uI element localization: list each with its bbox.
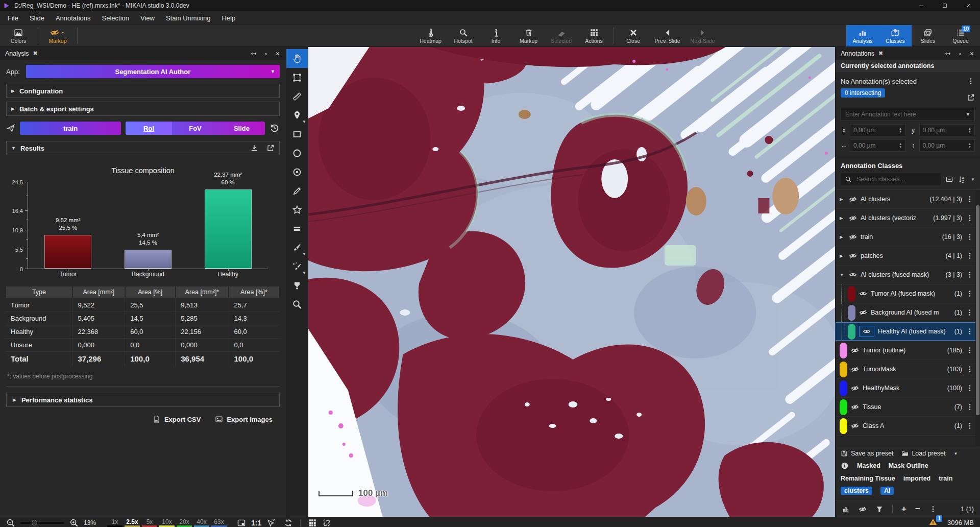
magnification-5x[interactable]: 5x (142, 519, 157, 527)
kebab-icon[interactable] (966, 346, 974, 354)
class-color-chip[interactable] (840, 380, 847, 396)
close-panel-icon[interactable] (969, 51, 975, 57)
eye-off-icon[interactable] (849, 214, 857, 222)
collapse-panel-icon[interactable] (263, 51, 268, 56)
scrollbar-thumb[interactable] (976, 205, 979, 415)
tool-rectangle[interactable] (286, 125, 308, 143)
chevron-right-icon[interactable]: ▶ (840, 197, 845, 202)
class-row-tumor-ai-fused-mask[interactable]: Tumor AI (fused mask) (1) (836, 284, 980, 303)
train-button[interactable]: train (20, 122, 121, 135)
class-row-class-a[interactable]: Class A (1) (836, 417, 980, 436)
tool-concentric-circle[interactable] (286, 162, 308, 181)
toggle-visibility-icon[interactable] (859, 505, 867, 513)
chevron-down-icon[interactable]: ▼ (840, 272, 845, 277)
eye-off-icon[interactable] (849, 233, 857, 241)
spinner-arrows[interactable]: ▲▼ (899, 142, 902, 149)
load-preset-button[interactable]: Load preset (912, 450, 945, 457)
export-csv-button[interactable]: CSV Export CSV (153, 415, 201, 423)
toolbar-prev-slide-button[interactable]: Prev. Slide (650, 25, 685, 46)
export-images-button[interactable]: Export Images (215, 415, 273, 423)
performance-statistics-section[interactable]: ▶ Performance statistics (6, 393, 280, 407)
tool-star[interactable] (286, 200, 308, 219)
kebab-icon[interactable] (966, 195, 974, 203)
grid-view-icon[interactable] (308, 518, 317, 527)
eye-off-icon[interactable] (849, 252, 857, 260)
eye-toggle-selected[interactable] (859, 326, 874, 337)
annotations-panel-tab[interactable]: Annotations ✖ (836, 47, 980, 60)
column-header[interactable]: Area [mm²] (72, 286, 125, 298)
magnification-63x[interactable]: 63x (211, 519, 227, 527)
toolbar-analysis-button[interactable]: Analysis (846, 25, 879, 46)
zoom-slider-handle[interactable] (32, 520, 37, 525)
chart-bar-healthy[interactable] (205, 189, 252, 269)
classes-scrollbar[interactable] (975, 190, 980, 446)
tool-equal-lines[interactable] (286, 219, 308, 238)
batch-export-section[interactable]: ▶ Batch & export settings (6, 102, 280, 116)
menu-help[interactable]: Help (216, 12, 241, 24)
toolbar-close-button[interactable]: Close (617, 25, 650, 46)
slide-viewer[interactable]: 100 µm (308, 47, 835, 517)
tool-pencil[interactable] (286, 181, 308, 200)
class-row-tumor-outline[interactable]: Tumor (outline) (185) (836, 341, 980, 360)
tag-remaining-tissue[interactable]: Remaining Tissue (841, 475, 895, 482)
tool-pan-hand[interactable] (286, 49, 308, 68)
class-row-healthy-ai-fused-mask[interactable]: Healthy AI (fused mask) (1) (836, 322, 980, 341)
annotation-text-input[interactable]: Enter Annotation text here ▼ (841, 108, 975, 121)
chevron-down-icon[interactable]: ▼ (966, 112, 970, 117)
eye-off-icon[interactable] (849, 195, 857, 203)
open-results-external-icon[interactable] (266, 144, 275, 152)
scope-slide-button[interactable]: Slide (218, 122, 265, 135)
intersecting-badge[interactable]: 0 intersecting (841, 88, 885, 98)
menu-annotations[interactable]: Annotations (50, 12, 96, 24)
download-results-icon[interactable] (250, 144, 258, 152)
magnification-10x[interactable]: 10x (159, 519, 175, 527)
zoom-slider[interactable] (20, 522, 64, 524)
save-preset-button[interactable]: Save as preset (851, 450, 893, 457)
chart-bar-tumor[interactable] (44, 235, 91, 269)
class-row-patches[interactable]: ▶ patches (4 | 1) (836, 247, 980, 266)
eye-icon[interactable] (863, 327, 871, 336)
kebab-icon[interactable] (966, 290, 974, 298)
mask-outline-toggle[interactable]: Mask Outline (889, 462, 928, 469)
eye-off-icon[interactable] (851, 422, 859, 430)
menu-view[interactable]: View (135, 12, 160, 24)
tool-magic-brush[interactable]: ▼ (286, 257, 308, 276)
class-color-chip[interactable] (840, 399, 847, 415)
tool-transform-select[interactable] (286, 68, 308, 87)
eye-icon[interactable] (849, 271, 857, 279)
remove-class-button[interactable]: − (915, 506, 920, 513)
annotation-menu-icon[interactable] (967, 77, 975, 85)
class-row-background-ai-fused-m[interactable]: Background AI (fused m (1) (836, 303, 980, 322)
eye-off-icon[interactable] (851, 346, 859, 354)
class-color-chip[interactable] (848, 324, 855, 340)
eye-off-icon[interactable] (859, 308, 867, 317)
chevron-right-icon[interactable]: ▶ (840, 253, 845, 258)
sync-view-icon[interactable] (284, 518, 293, 527)
open-annotation-external-icon[interactable] (967, 93, 975, 102)
chart-bar-background[interactable] (125, 250, 172, 269)
save-preset-icon[interactable] (841, 450, 848, 457)
class-color-chip[interactable] (840, 343, 847, 358)
class-row-tissue[interactable]: Tissue (7) (836, 398, 980, 417)
toolbar-classes-button[interactable]: Classes (879, 25, 912, 46)
eye-off-icon[interactable] (851, 365, 859, 373)
class-color-chip[interactable] (840, 418, 847, 434)
app-select[interactable]: Segmentation AI Author ▼ (26, 65, 280, 78)
column-header[interactable]: Area [%]* (229, 286, 279, 298)
search-classes-input[interactable]: Search classes... (841, 173, 941, 185)
tool-ruler[interactable] (286, 87, 308, 106)
toolbar-selected-button[interactable]: Selected (545, 25, 578, 46)
kebab-icon[interactable] (966, 327, 974, 336)
coord-width-input[interactable]: 0,00 µm ▲▼ (850, 139, 906, 152)
resize-panel-icon[interactable] (250, 50, 257, 57)
magnification-20x[interactable]: 20x (177, 519, 192, 527)
zoom-in-icon[interactable] (69, 518, 79, 527)
coord-y-input[interactable]: 0,00 µm ▲▼ (919, 124, 975, 136)
filter-icon[interactable] (875, 505, 884, 513)
kebab-icon[interactable] (966, 308, 974, 317)
analysis-tab-close-icon[interactable]: ✖ (33, 50, 38, 57)
spinner-arrows[interactable]: ▲▼ (968, 127, 971, 133)
markup-visibility-button[interactable]: Markup (41, 25, 74, 46)
minimize-button[interactable] (910, 0, 933, 11)
history-icon[interactable] (270, 123, 280, 133)
